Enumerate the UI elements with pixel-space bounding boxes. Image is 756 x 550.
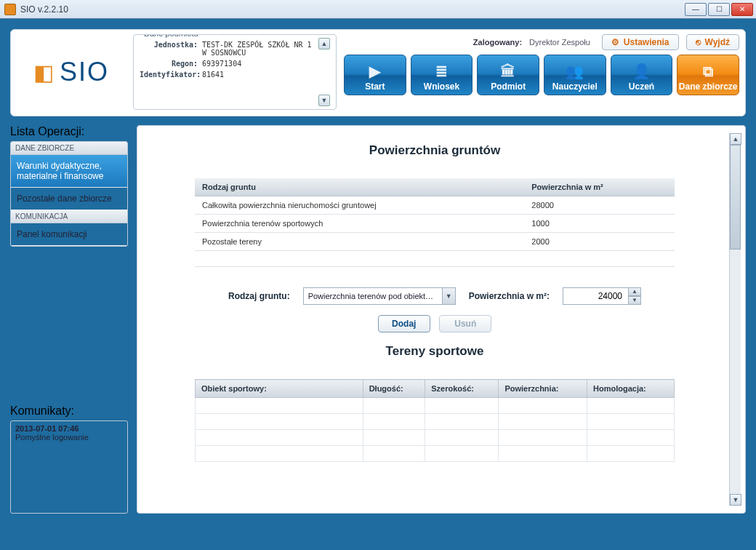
entity-scrollbar[interactable]: ▲ ▼ (318, 38, 330, 106)
building-icon: 🏛 (501, 63, 515, 80)
sport-header-object: Obiekt sportowy: (196, 380, 363, 398)
settings-button[interactable]: ⚙ Ustawienia (602, 34, 679, 50)
nav-buttons: ▶ Start ≣ Wniosek 🏛 Podmiot 👥 Nauczyciel… (344, 55, 739, 95)
ops-item-panel-komunikacji[interactable]: Panel komunikacji (11, 223, 127, 246)
close-button[interactable]: ✕ (731, 3, 753, 16)
main-scrollbar[interactable]: ▲ ▼ (729, 133, 741, 506)
sport-header-area: Powierzchnia: (499, 380, 587, 398)
scroll-down-icon[interactable]: ▼ (730, 494, 741, 506)
scrollbar-thumb[interactable] (730, 145, 741, 250)
window-title: SIO v.2.2.10 (20, 4, 683, 15)
maximize-button[interactable]: ☐ (708, 3, 730, 16)
logo: ◧SIO (17, 34, 126, 110)
ops-header-komunikacja: KOMUNIKACJA (11, 210, 127, 223)
ops-title: Lista Operacji: (10, 125, 128, 141)
message-text: Pomyślne logowanie (15, 433, 123, 442)
student-icon: 👤 (632, 63, 651, 80)
scroll-up-icon[interactable]: ▲ (730, 133, 741, 145)
logo-icon: ◧ (33, 60, 55, 85)
login-label: Zalogowany: (473, 38, 522, 47)
app-icon (4, 4, 16, 15)
main-panel: Powierzchnia gruntów Rodzaj gruntu Powie… (137, 125, 746, 514)
area-spinner[interactable]: ▲ ▼ (563, 287, 641, 305)
table-row[interactable]: Powierzchnia terenów sportowych 1000 (195, 215, 675, 233)
kind-select[interactable]: Powierzchnia terenów pod obiekt… ▼ (303, 287, 456, 305)
gear-icon: ⚙ (611, 37, 619, 47)
spin-down-icon[interactable]: ▼ (628, 296, 641, 305)
nav-podmiot[interactable]: 🏛 Podmiot (477, 55, 539, 95)
area-input[interactable] (563, 287, 628, 305)
nav-dane-zbiorcze[interactable]: ⧉ Dane zbiorcze (677, 55, 739, 95)
sport-header-length: Długość: (363, 380, 425, 398)
section2-title: Tereny sportowe (149, 344, 720, 359)
exit-icon: ⎋ (696, 37, 701, 47)
nav-nauczyciel[interactable]: 👥 Nauczyciel (544, 55, 606, 95)
table-row[interactable]: Całkowita powierzchnia nieruchomości gru… (195, 196, 675, 215)
play-icon: ▶ (369, 63, 380, 80)
teacher-icon: 👥 (566, 63, 584, 80)
nav-wniosek[interactable]: ≣ Wniosek (411, 55, 473, 95)
spin-up-icon[interactable]: ▲ (628, 287, 641, 296)
sport-table: Obiekt sportowy: Długość: Szerokość: Pow… (195, 379, 675, 462)
scroll-down-icon[interactable]: ▼ (318, 95, 330, 106)
top-card: ◧SIO Dane podmiotu Jednostka:TEST-DK ZES… (10, 29, 746, 116)
nav-start[interactable]: ▶ Start (344, 55, 406, 95)
land-table-header-area: Powierzchnia w m² (524, 178, 675, 196)
entity-legend: Dane podmiotu (141, 34, 201, 38)
entity-info: Dane podmiotu Jednostka:TEST-DK ZESPÓŁ S… (133, 34, 337, 110)
exit-button[interactable]: ⎋ Wyjdź (686, 34, 739, 50)
sport-header-width: Szerokość: (425, 380, 499, 398)
login-value: Dyrektor Zespołu (529, 38, 590, 47)
table-row-empty (195, 251, 675, 267)
message-timestamp: 2013-07-01 07:46 (15, 424, 123, 433)
land-table-header-kind: Rodzaj gruntu (195, 178, 524, 196)
titlebar: SIO v.2.2.10 — ☐ ✕ (0, 0, 756, 19)
ops-header-dane-zbiorcze: DANE ZBIORCZE (11, 142, 127, 155)
minimize-button[interactable]: — (685, 3, 707, 16)
sport-header-homolog: Homologacja: (587, 380, 675, 398)
login-row: Zalogowany: Dyrektor Zespołu ⚙ Ustawieni… (344, 34, 739, 50)
land-form: Rodzaj gruntu: Powierzchnia terenów pod … (149, 287, 720, 305)
table-row-empty (196, 430, 675, 446)
ops-item-warunki[interactable]: Warunki dydaktyczne, materialne i finans… (11, 155, 127, 188)
table-row-empty (196, 398, 675, 414)
area-label: Powierzchnia w m²: (469, 291, 550, 301)
add-button[interactable]: Dodaj (378, 315, 430, 332)
scroll-up-icon[interactable]: ▲ (318, 38, 330, 49)
messages-title: Komunikaty: (10, 404, 128, 421)
table-row-empty (196, 414, 675, 430)
delete-button[interactable]: Usuń (439, 315, 491, 332)
messages-body: 2013-07-01 07:46 Pomyślne logowanie (10, 421, 128, 514)
table-row[interactable]: Pozostałe tereny 2000 (195, 233, 675, 251)
land-table: Rodzaj gruntu Powierzchnia w m² Całkowit… (195, 178, 675, 267)
cubes-icon: ⧉ (703, 63, 713, 80)
nav-uczen[interactable]: 👤 Uczeń (611, 55, 673, 95)
stack-icon: ≣ (435, 63, 448, 80)
table-row-empty (196, 446, 675, 462)
ops-item-pozostale[interactable]: Pozostałe dane zbiorcze (11, 188, 127, 210)
section1-title: Powierzchnia gruntów (149, 143, 720, 158)
ops-list: DANE ZBIORCZE Warunki dydaktyczne, mater… (10, 141, 128, 247)
kind-label: Rodzaj gruntu: (228, 291, 290, 301)
chevron-down-icon[interactable]: ▼ (442, 288, 455, 304)
